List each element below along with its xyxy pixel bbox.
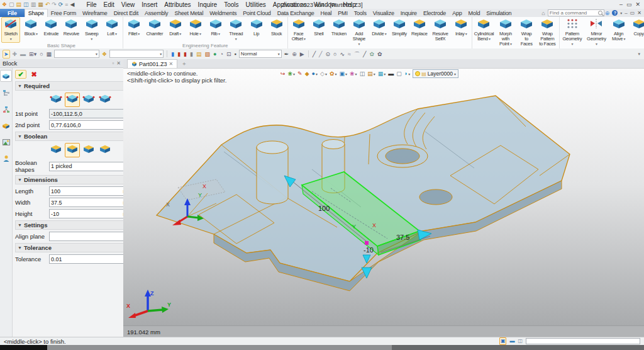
- tolerance-input[interactable]: [50, 256, 131, 262]
- menu-tools[interactable]: Tools: [221, 1, 242, 8]
- window-status-icon[interactable]: ◫: [518, 338, 523, 344]
- ribbon-button-rib[interactable]: Rib ▾: [206, 17, 225, 38]
- entity-filter-combo[interactable]: ▾: [54, 50, 99, 58]
- history-clock-icon[interactable]: ◔: [219, 50, 223, 58]
- ribbon-button-replace[interactable]: Replace: [410, 17, 429, 38]
- attr-bar-icon-1[interactable]: ▮: [170, 50, 175, 58]
- visual-style-icon[interactable]: ❀▾: [288, 70, 296, 78]
- block-option-center[interactable]: [81, 93, 96, 107]
- ribbon-tab-electrode[interactable]: Electrode: [420, 9, 449, 17]
- ribbon-button-face-offset[interactable]: Face Offset ▾: [289, 17, 308, 43]
- ribbon-tab-visualize[interactable]: Visualize: [370, 9, 397, 17]
- shell-display-icon[interactable]: ◗▾: [404, 70, 410, 78]
- ribbon-button-extrude[interactable]: Extrude: [42, 17, 60, 38]
- block-option-corner-height[interactable]: [65, 93, 80, 107]
- ribbon-tab-direct-edit[interactable]: Direct Edit: [111, 9, 142, 17]
- ok-button[interactable]: ✔: [15, 70, 26, 79]
- ribbon-button-loft[interactable]: Loft ▾: [103, 17, 121, 38]
- ribbon-button-copy[interactable]: Copy: [630, 17, 644, 38]
- web-icon[interactable]: ⊕: [291, 50, 297, 58]
- menu-attributes[interactable]: Attributes: [161, 1, 194, 8]
- first-point-input[interactable]: [49, 109, 126, 118]
- ribbon-tab-weldments[interactable]: Weldments: [206, 9, 240, 17]
- home-icon[interactable]: ⌂: [541, 10, 545, 16]
- pattern-pick-icon[interactable]: ⊞▾: [28, 50, 37, 58]
- ribbon-tab-assembly[interactable]: Assembly: [142, 9, 171, 17]
- ribbon-button-simplify[interactable]: Simplify: [390, 17, 409, 38]
- circle-pick-icon[interactable]: ○: [39, 50, 43, 58]
- menu-applications[interactable]: Applications: [270, 1, 310, 8]
- boolean-shapes-input[interactable]: [49, 162, 130, 171]
- ribbon-button-mirror-geometry[interactable]: Mirror Geometry ▾: [585, 17, 608, 48]
- ribbon-button-block[interactable]: Block ▾: [21, 17, 40, 38]
- toolbar-overflow-icon[interactable]: ▾: [638, 52, 641, 57]
- save-icon[interactable]: ◫: [23, 1, 29, 8]
- document-tab[interactable]: Part001.Z3 ✕: [127, 59, 177, 68]
- ribbon-tab-file[interactable]: File: [0, 9, 25, 17]
- material-icon[interactable]: ●: [213, 50, 217, 58]
- save-all-icon[interactable]: ▦: [38, 1, 43, 8]
- new-file-icon[interactable]: ▢: [9, 1, 14, 8]
- pip-window-icon[interactable]: ◫: [360, 70, 365, 77]
- boolean-base[interactable]: [48, 143, 64, 157]
- ribbon-button-stock[interactable]: Stock: [267, 17, 286, 38]
- manager-tab-shape[interactable]: [0, 70, 12, 82]
- cancel-button[interactable]: ✖: [28, 70, 40, 79]
- web-help-icon[interactable]: ⊕: [605, 10, 610, 16]
- layer-selector[interactable]: ▤Layer0000▾: [413, 69, 458, 78]
- doc-restore-icon[interactable]: ▭: [630, 10, 635, 16]
- note-icon[interactable]: ⊡: [226, 50, 232, 58]
- play-filter-icon[interactable]: ▶: [299, 50, 305, 58]
- ribbon-button-wrap-to-faces[interactable]: Wrap to Faces: [517, 17, 536, 48]
- ribbon-button-divide[interactable]: Divide ▾: [370, 17, 389, 38]
- minimize-icon[interactable]: –: [619, 1, 623, 8]
- spline-tool-icon[interactable]: ∿: [340, 50, 346, 58]
- ribbon-button-shell[interactable]: Shell: [309, 17, 328, 38]
- remove-filter-icon[interactable]: ▬: [19, 50, 26, 58]
- ribbon-tab-free-form[interactable]: Free Form: [48, 9, 79, 17]
- anchor-point[interactable]: [365, 241, 369, 245]
- ribbon-tab-point-cloud[interactable]: Point Cloud: [240, 9, 274, 17]
- manager-tab-visual[interactable]: [1, 137, 11, 147]
- rotate-view-icon[interactable]: ❀▾: [350, 70, 357, 78]
- ribbon-tab-shape[interactable]: Shape: [25, 9, 48, 17]
- ribbon-tab-pmi[interactable]: PMI: [335, 9, 350, 17]
- ribbon-button-draft[interactable]: Draft ▾: [166, 17, 185, 38]
- ribbon-button-align-move[interactable]: Align Move ▾: [609, 17, 628, 43]
- app-logo-icon[interactable]: ❖: [2, 1, 7, 8]
- attr-bar-icon-4[interactable]: ▮: [189, 50, 194, 58]
- block-option-center-height[interactable]: [97, 93, 113, 107]
- ribbon-button-chamfer[interactable]: Chamfer: [145, 17, 165, 38]
- panel-close-icon[interactable]: ✕: [116, 60, 121, 66]
- select-cursor-icon[interactable]: ➤: [3, 50, 10, 59]
- ribbon-tab-data-exchange[interactable]: Data Exchange: [274, 9, 318, 17]
- ribbon-tab-tools[interactable]: Tools: [351, 9, 370, 17]
- diagonal-tool-icon[interactable]: ╱: [362, 50, 367, 58]
- circle-center-icon[interactable]: ⊙: [325, 50, 331, 58]
- color-cube-icon[interactable]: ❖: [101, 50, 108, 58]
- equal-icon[interactable]: =: [65, 1, 68, 8]
- face-color-combo[interactable]: ▾: [109, 50, 164, 58]
- open-file-icon[interactable]: ▤: [16, 1, 22, 8]
- menu-view[interactable]: View: [118, 1, 138, 8]
- boolean-add[interactable]: [65, 143, 80, 157]
- search-icon[interactable]: [598, 11, 602, 15]
- ribbon-tab-heal[interactable]: Heal: [318, 9, 335, 17]
- table-pick-icon[interactable]: ▦: [46, 50, 53, 58]
- menu-help[interactable]: Help: [340, 1, 359, 8]
- ribbon-tab-mold[interactable]: Mold: [465, 9, 484, 17]
- find-command-input[interactable]: [548, 9, 604, 16]
- menu-insert[interactable]: Insert: [138, 1, 160, 8]
- ribbon-button-resolve-selfx[interactable]: Resolve SelfX: [430, 17, 450, 43]
- restore-icon[interactable]: ▭: [626, 1, 632, 8]
- line-tool-icon[interactable]: ╱: [312, 50, 316, 58]
- panel-float-icon[interactable]: ▫: [112, 60, 114, 66]
- manager-tab-assembly[interactable]: [1, 104, 11, 115]
- doc-close-icon[interactable]: ✕: [637, 10, 641, 16]
- new-tab-icon[interactable]: ＋: [177, 60, 191, 68]
- menu-inquire[interactable]: Inquire: [195, 1, 221, 8]
- arc-tool-icon[interactable]: ⌒: [353, 50, 360, 58]
- manager-tab-role[interactable]: [1, 153, 11, 164]
- regen-icon[interactable]: ⟳: [58, 1, 64, 8]
- section-view-icon[interactable]: ✿▾: [330, 70, 337, 78]
